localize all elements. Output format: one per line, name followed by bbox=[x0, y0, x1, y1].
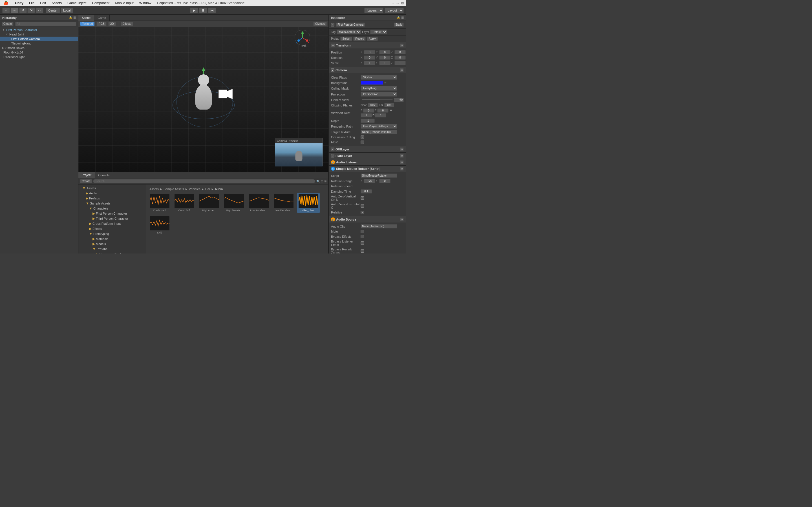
tree-assets[interactable]: ▼ Assets bbox=[79, 186, 146, 191]
guilayer-settings-icon[interactable]: ⚙ bbox=[400, 147, 404, 151]
hier-item-head-joint[interactable]: ▼ Head Joint bbox=[0, 32, 78, 37]
hier-item-throwing-hand[interactable]: ThrowingHand bbox=[0, 41, 78, 46]
culling-mask-select[interactable]: Everything bbox=[361, 86, 397, 91]
bypass-reverb-checkbox[interactable] bbox=[361, 249, 364, 252]
transform-btn-1[interactable]: ↔ bbox=[10, 8, 18, 13]
create-button[interactable]: Create bbox=[2, 22, 13, 26]
asset-crash-soft[interactable]: Crash Soft bbox=[173, 193, 196, 213]
tree-audio[interactable]: ▶ Audio bbox=[79, 191, 146, 196]
asset-pollen-choir[interactable]: pollen_choir... bbox=[297, 193, 320, 213]
layer-select[interactable]: Default bbox=[370, 30, 387, 34]
auto-zero-h-checkbox[interactable] bbox=[361, 204, 364, 208]
tag-select[interactable]: MainCamera bbox=[337, 30, 361, 34]
object-name-field[interactable] bbox=[336, 22, 365, 27]
tree-cross-platform[interactable]: ▶ Cross Platform Input bbox=[79, 221, 146, 226]
scale-z[interactable] bbox=[395, 61, 406, 65]
local-button[interactable]: Local bbox=[61, 8, 73, 13]
mute-checkbox[interactable] bbox=[361, 230, 364, 233]
vp-w[interactable] bbox=[361, 113, 372, 117]
tree-prototyping[interactable]: ▼ Prototyping bbox=[79, 231, 146, 236]
project-icon-2[interactable]: ⊞ bbox=[324, 180, 326, 183]
rgb-btn[interactable]: RGB bbox=[96, 22, 107, 26]
rotation-y[interactable] bbox=[379, 55, 391, 60]
target-texture-input[interactable] bbox=[361, 130, 397, 134]
transform-settings-icon[interactable]: ⚙ bbox=[400, 43, 404, 47]
hierarchy-menu-icon[interactable]: ☰ bbox=[73, 16, 76, 19]
asset-crash-hard[interactable]: Crash Hard bbox=[148, 193, 171, 213]
hierarchy-lock-icon[interactable]: 🔒 bbox=[69, 16, 72, 19]
position-y[interactable] bbox=[379, 50, 391, 54]
far-input[interactable] bbox=[384, 103, 394, 107]
audio-source-header[interactable]: 🔉 Audio Source ⚙ bbox=[329, 216, 406, 223]
rotation-range-x[interactable] bbox=[364, 179, 375, 183]
asset-low-accel[interactable]: Low Accelera... bbox=[248, 193, 270, 213]
hier-item-first-person-character[interactable]: ▼ First Person Character bbox=[0, 27, 78, 32]
hierarchy-search[interactable] bbox=[15, 22, 77, 26]
hier-item-first-person-camera[interactable]: First Person Camera bbox=[0, 37, 78, 41]
scale-x[interactable] bbox=[364, 61, 375, 65]
object-active-checkbox[interactable] bbox=[331, 23, 335, 26]
menu-component[interactable]: Component bbox=[91, 1, 110, 5]
camera-settings-icon[interactable]: ⚙ bbox=[400, 68, 404, 72]
bypass-effects-checkbox[interactable] bbox=[361, 235, 364, 238]
step-button[interactable]: ⏭ bbox=[208, 8, 216, 13]
transform-btn-4[interactable]: ▭ bbox=[36, 8, 43, 13]
rendering-path-select[interactable]: Use Player Settings bbox=[361, 124, 397, 129]
project-create-btn[interactable]: Create bbox=[80, 179, 92, 183]
asset-high-decel[interactable]: High Decele... bbox=[223, 193, 245, 213]
transform-btn-0[interactable]: ⊹ bbox=[2, 8, 10, 13]
inspector-lock-icon[interactable]: 🔒 bbox=[397, 16, 400, 19]
bc-1[interactable]: Sample Assets bbox=[163, 187, 184, 191]
mouse-rotator-settings-icon[interactable]: ⚙ bbox=[400, 167, 404, 171]
transform-btn-2[interactable]: ↺ bbox=[19, 8, 27, 13]
effects-btn[interactable]: Effects bbox=[121, 22, 133, 26]
center-button[interactable]: Center bbox=[46, 8, 60, 13]
tree-effects[interactable]: ▶ Effects bbox=[79, 226, 146, 231]
bypass-listener-checkbox[interactable] bbox=[361, 241, 364, 245]
pause-button[interactable]: ⏸ bbox=[199, 8, 207, 13]
auto-zero-v-checkbox[interactable] bbox=[361, 196, 364, 200]
tab-scene[interactable]: Scene bbox=[79, 15, 94, 21]
flare-layer-settings-icon[interactable]: ⚙ bbox=[400, 154, 404, 158]
prefab-select-btn[interactable]: Select bbox=[340, 37, 352, 41]
bc-3[interactable]: Car bbox=[205, 187, 210, 191]
tree-prefabs[interactable]: ▶ Prefabs bbox=[79, 196, 146, 201]
guilayer-active-checkbox[interactable] bbox=[331, 148, 335, 151]
damping-time-input[interactable] bbox=[361, 189, 372, 193]
rotation-x[interactable] bbox=[364, 55, 375, 60]
tree-sample-assets[interactable]: ▼ Sample Assets bbox=[79, 201, 146, 206]
asset-high-accel[interactable]: High Accel... bbox=[198, 193, 220, 213]
tree-prefabs-proto[interactable]: ▼ Prefabs bbox=[79, 246, 146, 251]
asset-low-decel[interactable]: Low Decelera... bbox=[272, 193, 295, 213]
project-search[interactable] bbox=[93, 179, 315, 183]
relative-checkbox[interactable] bbox=[361, 211, 364, 214]
rotation-z[interactable] bbox=[395, 55, 406, 60]
hier-item-floor[interactable]: Floor 64x1x64 bbox=[0, 50, 78, 55]
tree-first-person-char[interactable]: ▶ First Person Character bbox=[79, 211, 146, 216]
bc-4[interactable]: Audio bbox=[215, 187, 223, 191]
static-badge[interactable]: Static bbox=[394, 22, 404, 27]
flare-layer-header[interactable]: Flare Layer ⚙ bbox=[329, 153, 406, 159]
tree-models[interactable]: ▶ Models bbox=[79, 241, 146, 246]
play-button[interactable]: ▶ bbox=[190, 8, 198, 13]
scale-y[interactable] bbox=[379, 61, 391, 65]
scene-gizmo[interactable]: Y X Z Persp bbox=[295, 30, 312, 47]
projection-select[interactable]: Perspective bbox=[361, 92, 397, 97]
audio-clip-input[interactable] bbox=[361, 224, 397, 228]
occlusion-checkbox[interactable] bbox=[361, 135, 364, 139]
asset-skid[interactable]: Skid bbox=[148, 215, 171, 235]
bc-2[interactable]: Vehicles bbox=[189, 187, 200, 191]
tree-materials[interactable]: ▶ Materials bbox=[79, 236, 146, 241]
camera-header[interactable]: Camera ⚙ bbox=[329, 67, 406, 73]
bc-0[interactable]: Assets bbox=[149, 187, 159, 191]
layout-dropdown[interactable]: Layout bbox=[385, 8, 404, 13]
prefab-revert-btn[interactable]: Revert bbox=[353, 37, 365, 41]
apple-menu[interactable]: 🍎 bbox=[2, 1, 9, 5]
depth-input[interactable] bbox=[361, 119, 375, 123]
position-x[interactable] bbox=[364, 50, 375, 54]
prefab-apply-btn[interactable]: Apply bbox=[367, 37, 378, 41]
audio-listener-header[interactable]: 🔊 Audio Listener ⚙ bbox=[329, 159, 406, 165]
mouse-rotator-header[interactable]: S Simple Mouse Rotator (Script) ⚙ bbox=[329, 166, 406, 172]
transform-header[interactable]: ⊹ Transform ⚙ bbox=[329, 42, 406, 48]
hier-item-smash-boxes[interactable]: ▶ Smash Boxes bbox=[0, 46, 78, 50]
